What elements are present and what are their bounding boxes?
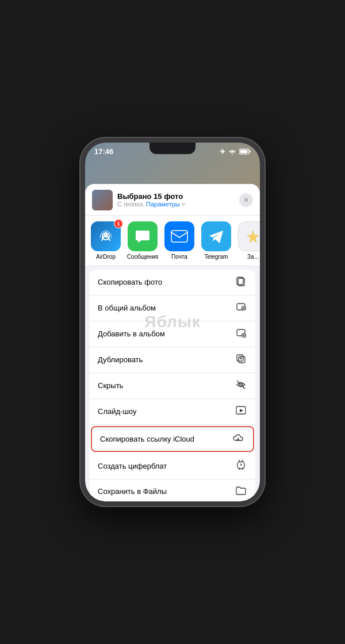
mail-icon-wrap <box>164 221 194 251</box>
header-info: Выбрано 15 фото С геопоз. Параметры > <box>117 192 235 208</box>
action-slideshow[interactable]: Слайд-шоу <box>90 399 255 425</box>
copy-photo-icon <box>235 276 247 289</box>
header-title: Выбрано 15 фото <box>117 192 235 201</box>
duplicate-icon <box>235 354 247 366</box>
telegram-icon-wrap <box>201 221 231 251</box>
action-shared-album[interactable]: В общий альбом <box>90 296 255 321</box>
telegram-symbol <box>208 228 224 244</box>
shared-album-icon <box>235 302 247 315</box>
add-album-icon <box>235 328 247 340</box>
apps-row: 1 AirDrop Сообщения <box>85 216 260 266</box>
actions-list: Скопировать фото В общий альбом <box>90 270 255 501</box>
svg-rect-5 <box>171 231 187 242</box>
action-copy-photo[interactable]: Скопировать фото <box>90 270 255 296</box>
action-icloud-link[interactable]: Скопировать ссылку iCloud <box>91 426 254 452</box>
sheet-overlay: Выбрано 15 фото С геопоз. Параметры > ✕ <box>85 160 260 501</box>
chevron-icon: > <box>182 201 185 208</box>
more-icon-wrap <box>238 221 260 251</box>
slideshow-label: Слайд-шоу <box>98 407 136 416</box>
action-hide[interactable]: Скрыть <box>90 373 255 399</box>
more-icon <box>238 221 260 251</box>
watch-face-icon <box>235 459 247 473</box>
svg-rect-2 <box>240 150 248 154</box>
svg-marker-19 <box>240 409 243 412</box>
phone-frame: 17:46 ✈ <box>80 138 264 506</box>
watch-face-label: Создать циферблат <box>98 462 167 470</box>
header-thumbnail <box>92 190 113 210</box>
shared-album-label: В общий альбом <box>98 304 156 312</box>
app-item-messages[interactable]: Сообщения <box>126 221 159 260</box>
messages-icon <box>128 221 158 251</box>
geo-label: С геопоз. <box>117 201 144 208</box>
app-item-telegram[interactable]: Telegram <box>200 221 232 260</box>
wifi-icon <box>228 148 236 155</box>
messages-label: Сообщения <box>127 254 158 260</box>
status-icons: ✈ <box>220 148 251 156</box>
save-files-icon <box>235 486 247 497</box>
telegram-icon <box>201 221 231 251</box>
action-add-album[interactable]: Добавить в альбом <box>90 321 255 347</box>
slideshow-icon <box>235 405 247 418</box>
messages-icon-wrap <box>128 221 158 251</box>
mail-label: Почта <box>171 254 187 260</box>
notch <box>150 143 195 154</box>
battery-icon <box>239 148 251 155</box>
airplane-icon: ✈ <box>220 148 225 156</box>
airdrop-icon-wrap: 1 <box>91 221 121 251</box>
airdrop-symbol <box>97 228 114 245</box>
action-watch-face[interactable]: Создать циферблат <box>90 453 255 480</box>
phone-screen: 17:46 ✈ <box>85 143 260 501</box>
action-save-files[interactable]: Сохранить в Файлы <box>90 480 255 501</box>
action-duplicate[interactable]: Дублировать <box>90 347 255 373</box>
airdrop-label: AirDrop <box>96 254 116 260</box>
svg-rect-1 <box>250 151 251 153</box>
app-item-mail[interactable]: Почта <box>163 221 195 260</box>
add-album-label: Добавить в альбом <box>98 329 165 338</box>
copy-photo-label: Скопировать фото <box>98 278 162 286</box>
icloud-link-icon <box>232 434 245 444</box>
hide-label: Скрыть <box>98 381 123 390</box>
hide-icon <box>235 379 247 392</box>
mail-symbol <box>171 230 188 243</box>
close-button[interactable]: ✕ <box>239 193 253 207</box>
svg-rect-14 <box>239 356 245 363</box>
app-item-airdrop[interactable]: 1 AirDrop <box>90 221 122 260</box>
app-item-more[interactable]: За... <box>237 221 260 260</box>
svg-point-4 <box>105 235 108 237</box>
airdrop-badge: 1 <box>114 219 123 228</box>
save-files-label: Сохранить в Файлы <box>98 487 167 496</box>
telegram-label: Telegram <box>204 254 228 260</box>
sheet-header: Выбрано 15 фото С геопоз. Параметры > ✕ <box>85 184 260 216</box>
share-sheet: Выбрано 15 фото С геопоз. Параметры > ✕ <box>85 184 260 501</box>
more-label: За... <box>247 254 259 260</box>
mail-icon <box>164 221 194 251</box>
icloud-link-label: Скопировать ссылку iCloud <box>100 435 194 443</box>
header-subtitle: С геопоз. Параметры > <box>117 201 235 208</box>
params-link[interactable]: Параметры <box>146 201 180 208</box>
svg-line-17 <box>237 381 245 389</box>
status-time: 17:46 <box>94 147 113 156</box>
duplicate-label: Дублировать <box>98 355 143 364</box>
messages-symbol <box>135 228 151 244</box>
more-symbol <box>246 229 260 243</box>
